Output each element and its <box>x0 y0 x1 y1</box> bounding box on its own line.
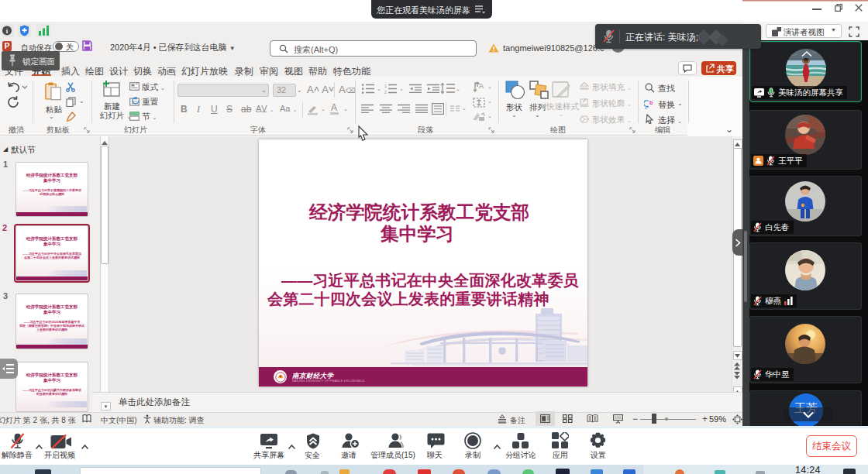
svg-text:b: b <box>649 100 653 105</box>
svg-text:c: c <box>645 105 647 110</box>
svg-text:P: P <box>5 42 10 50</box>
svg-text:2: 2 <box>384 90 387 94</box>
svg-text:1: 1 <box>384 84 387 88</box>
svg-text:A: A <box>479 82 484 90</box>
